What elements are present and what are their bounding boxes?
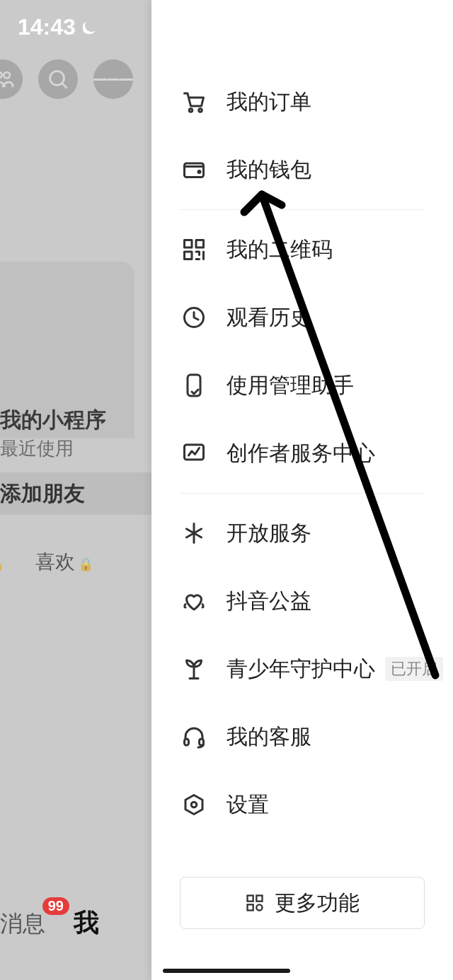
grid-icon bbox=[245, 893, 265, 913]
svg-point-4 bbox=[199, 109, 202, 112]
menu-my-qrcode[interactable]: 我的二维码 bbox=[151, 216, 453, 284]
menu-label: 我的钱包 bbox=[226, 156, 311, 185]
svg-point-0 bbox=[0, 72, 2, 78]
heart-hands-icon bbox=[181, 588, 207, 614]
menu-settings[interactable]: 设置 bbox=[151, 771, 453, 839]
cart-icon bbox=[181, 89, 207, 115]
menu-separator bbox=[180, 493, 425, 494]
analytics-icon bbox=[181, 441, 207, 466]
menu-icon-button[interactable] bbox=[93, 59, 133, 99]
menu-customer-support[interactable]: 我的客服 bbox=[151, 703, 453, 771]
phone-check-icon bbox=[181, 373, 207, 398]
svg-rect-7 bbox=[185, 240, 193, 248]
menu-label: 创作者服务中心 bbox=[226, 439, 375, 468]
menu-youth-protection[interactable]: 青少年守护中心 已开启 bbox=[151, 635, 453, 703]
svg-point-6 bbox=[198, 171, 200, 173]
svg-point-2 bbox=[50, 71, 64, 86]
home-indicator bbox=[163, 969, 290, 973]
menu-label: 青少年守护中心 bbox=[226, 655, 375, 684]
menu-open-services[interactable]: 开放服务 bbox=[151, 499, 453, 567]
miniprogram-subtitle: 最近使用 bbox=[0, 436, 74, 461]
tab-like[interactable]: 喜欢🔒 bbox=[35, 549, 93, 576]
menu-creator-center[interactable]: 创作者服务中心 bbox=[151, 419, 453, 487]
menu-douyin-charity[interactable]: 抖音公益 bbox=[151, 567, 453, 635]
tab-hidden-lock: 🔒 bbox=[0, 551, 4, 573]
youth-enabled-tag: 已开启 bbox=[385, 657, 443, 681]
menu-label: 我的客服 bbox=[226, 723, 311, 752]
menu-label: 设置 bbox=[226, 791, 269, 819]
wallet-icon bbox=[181, 157, 207, 182]
menu-label: 我的二维码 bbox=[226, 235, 333, 264]
svg-rect-9 bbox=[185, 252, 193, 259]
svg-point-19 bbox=[256, 904, 262, 910]
status-time: 14:43 bbox=[18, 14, 76, 40]
nav-me[interactable]: 我 bbox=[74, 906, 99, 940]
menu-my-orders[interactable]: 我的订单 bbox=[151, 68, 453, 136]
menu-usage-manager[interactable]: 使用管理助手 bbox=[151, 351, 453, 419]
svg-rect-16 bbox=[248, 896, 253, 902]
clock-icon bbox=[181, 305, 207, 330]
sprout-icon bbox=[181, 656, 207, 682]
svg-rect-8 bbox=[196, 240, 204, 248]
search-icon-button[interactable] bbox=[38, 59, 78, 99]
svg-rect-17 bbox=[256, 896, 262, 902]
spark-icon bbox=[181, 520, 207, 546]
menu-my-wallet[interactable]: 我的钱包 bbox=[151, 136, 453, 204]
menu-label: 抖音公益 bbox=[226, 587, 311, 616]
menu-separator bbox=[180, 209, 425, 210]
friends-icon-button[interactable] bbox=[0, 59, 23, 99]
svg-rect-18 bbox=[248, 904, 253, 910]
svg-point-3 bbox=[189, 109, 193, 112]
svg-point-15 bbox=[191, 802, 197, 807]
status-bar: 14:43 bbox=[18, 14, 97, 40]
side-drawer: 我的订单 我的钱包 我的二维码 观看历史 使用管理助手 创作者服务中心 bbox=[151, 0, 453, 980]
miniprogram-title: 我的小程序 bbox=[0, 406, 106, 435]
profile-tabs: 🔒 喜欢🔒 bbox=[0, 549, 93, 576]
menu-label: 我的订单 bbox=[226, 88, 311, 117]
dnd-moon-icon bbox=[81, 20, 97, 35]
more-features-button[interactable]: 更多功能 bbox=[180, 877, 425, 929]
nav-messages[interactable]: 消息 99 bbox=[0, 909, 45, 940]
svg-rect-13 bbox=[185, 739, 189, 745]
more-features-label: 更多功能 bbox=[275, 889, 360, 918]
nav-messages-badge: 99 bbox=[42, 897, 69, 915]
add-friend-button[interactable]: 添加朋友 bbox=[0, 472, 152, 515]
menu-label: 使用管理助手 bbox=[226, 371, 354, 400]
svg-point-1 bbox=[4, 72, 10, 78]
menu-watch-history[interactable]: 观看历史 bbox=[151, 284, 453, 351]
hex-settings-icon bbox=[181, 792, 207, 817]
qrcode-icon bbox=[181, 237, 207, 262]
menu-label: 开放服务 bbox=[226, 519, 311, 548]
headset-icon bbox=[181, 724, 207, 749]
menu-label: 观看历史 bbox=[226, 303, 311, 332]
